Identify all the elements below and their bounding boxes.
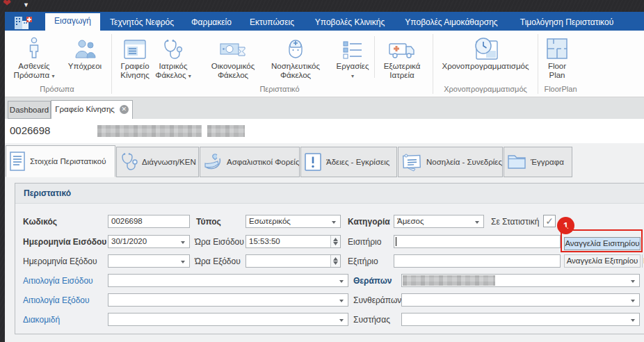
scheduling-icon <box>437 34 534 60</box>
dropdown-caret-icon: ▾ <box>51 73 54 79</box>
button-label: Πρόσωπα <box>14 71 50 79</box>
ribbon-group-label-prosopa: Πρόσωπα <box>21 85 93 93</box>
tab-label: Διάγνωση/ΚΕΝ <box>142 158 196 166</box>
label-systisas: Συστήσας <box>353 315 390 325</box>
button-label: Νοσηλευτικός <box>271 62 320 70</box>
detail-tab-stoixeia[interactable]: Στοιχεία Περιστατικού <box>6 145 115 177</box>
ribbon-tab-timologisi[interactable]: Τιμολόγηση Περιστατικού <box>513 15 620 31</box>
button-label: Υπόχρεοι <box>68 62 102 70</box>
button-label: Κίνησης <box>120 71 149 79</box>
button-label: Φάκελος <box>218 71 248 79</box>
ribbon-button-asthenis-prosopa[interactable]: Ασθενείς Πρόσωπα ▾ <box>10 34 58 81</box>
doc-tab-grafeio-kinisis[interactable]: Γραφείο Κίνησης✕ <box>51 100 133 120</box>
ribbon-button-chronoprogrammatismos[interactable]: Χρονοπρογραμματισμός <box>437 34 534 71</box>
ribbon-group-label-floorplan: FloorPlan <box>540 85 581 93</box>
redacted-patient-name <box>207 125 245 137</box>
record-code: 0026698 <box>10 124 50 136</box>
doc-tab-dashboard[interactable]: Dashboard <box>8 101 51 119</box>
button-label: Γραφείο <box>120 62 149 70</box>
ribbon-button-floor-plan[interactable]: Floor Plan <box>541 34 573 80</box>
exclamation-icon <box>304 152 322 172</box>
combo-aitiologia-eisodou[interactable] <box>108 274 348 287</box>
groupbox-header <box>15 184 644 204</box>
ribbon-separator <box>538 34 538 94</box>
ribbon-tab-ektyposeis[interactable]: Εκτυπώσεις <box>243 15 300 31</box>
patient-icon <box>10 34 58 60</box>
combo-aitiologia-exodou[interactable] <box>108 293 348 307</box>
detail-tab-asfalistikoi[interactable]: Ασφαλιστικοί Φορείς <box>200 147 300 177</box>
nursing-file-icon <box>266 34 325 60</box>
spinner-icon[interactable] <box>330 236 340 247</box>
label-typos: Τύπος <box>196 217 221 227</box>
spinner-icon[interactable] <box>330 255 340 267</box>
ribbon-tab-ypovoles-aimokatharsis[interactable]: Υποβολές Αιμοκάθαρσης <box>398 15 505 31</box>
annotation-badge: 1 <box>557 217 574 234</box>
detail-tab-nosileia[interactable]: Νοσηλεία - Συνεδρίες <box>398 147 503 177</box>
date-exodou[interactable] <box>108 254 190 268</box>
combo-katigoria[interactable]: Άμεσος <box>394 215 484 228</box>
button-label: Floor <box>548 62 566 70</box>
ribbon-button-ypochreoi[interactable]: Υπόχρεοι <box>61 34 108 71</box>
combo-syntherapon[interactable] <box>401 293 640 307</box>
combo-typos[interactable]: Εσωτερικός <box>245 215 341 228</box>
ribbon-tab-technitos-nefros[interactable]: Τεχνητός Νεφρός <box>103 15 181 31</box>
document-icon <box>9 151 26 172</box>
label-diakomidi[interactable]: Διακομιδή <box>23 315 60 325</box>
people-icon <box>61 34 108 60</box>
input-exitirio[interactable] <box>394 254 561 268</box>
ribbon-tab-farmakeio[interactable]: Φαρμακείο <box>182 15 241 31</box>
tray-heart-icon: ❤ <box>3 0 14 7</box>
ambulance-icon <box>377 34 427 60</box>
announce-discharge-button[interactable]: Αναγγελία Εξιτηρίου <box>564 254 641 268</box>
ribbon-tab-eisagogi[interactable]: Εισαγωγή <box>45 13 100 31</box>
dropdown-caret-icon: ▾ <box>188 73 191 79</box>
ribbon-button-exoterika-iatreia[interactable]: Εξωτερικά Ιατρεία <box>377 34 427 80</box>
groupbox-title: Περιστατικό <box>24 188 71 198</box>
stethoscope-icon <box>150 34 196 60</box>
input-kodikos[interactable]: 0026698 <box>108 215 190 228</box>
divider <box>642 254 643 268</box>
combo-diakomidi[interactable] <box>108 313 348 326</box>
label-ora-eisodou: Ώρα Εισόδου <box>195 237 244 247</box>
detail-tab-eggrafa[interactable]: Έγγραφα <box>504 147 572 177</box>
label-therapon: Θεράπων <box>353 276 392 286</box>
ribbon-button-iatrikos-fakelos[interactable]: Ιατρικός Φάκελος ▾ <box>150 34 196 81</box>
date-eisodou[interactable]: 30/1/2020 <box>108 235 190 248</box>
quick-access-caret-icon[interactable]: ▼ <box>23 1 29 8</box>
label-imerominia-eisodou: Ημερομηνία Εισόδου <box>23 237 106 247</box>
hand-icon <box>203 152 223 172</box>
button-label: Χρονοπρογραμματισμός <box>442 62 529 70</box>
tab-label: Νοσηλεία - Συνεδρίες <box>426 158 502 166</box>
checkbox-se-statistiki[interactable]: ✓ <box>543 215 556 227</box>
button-label: Εργασίες <box>337 62 369 70</box>
time-value: 15:53:50 <box>249 237 280 245</box>
label-ora-exodou: Ώρα Εξόδου <box>195 256 241 266</box>
combo-systisas[interactable] <box>401 313 640 326</box>
annotation-highlight-rect <box>561 229 643 252</box>
ribbon-separator <box>374 36 375 78</box>
ribbon-button-oikonomikos-fakelos[interactable]: Οικονομικός Φάκελος <box>203 34 263 80</box>
label-aitiologia-eisodou[interactable]: Αιτιολογία Εισόδου <box>23 276 93 286</box>
close-tab-icon[interactable]: ✕ <box>120 105 129 114</box>
label-eisitirio: Εισιτήριο <box>348 237 381 247</box>
input-eisitirio[interactable] <box>394 235 561 248</box>
time-eisodou[interactable]: 15:53:50 <box>245 235 341 248</box>
button-label: Φάκελος <box>280 71 311 79</box>
ribbon-group-label-peristatiko: Περιστατικό <box>230 85 330 93</box>
ribbon-button-nosileftikos-fakelos[interactable]: Νοσηλευτικός Φάκελος <box>266 34 325 80</box>
tab-label: Άδειες - Εγκρίσεις <box>326 158 389 166</box>
button-label: Ιατρεία <box>389 71 414 79</box>
tab-label: Έγγραφα <box>531 158 564 166</box>
dropdown-caret-icon: ▾ <box>351 73 354 79</box>
ribbon-button-ergasies[interactable]: Εργασίες ▾ <box>332 34 373 81</box>
button-label: Εξωτερικά <box>384 62 421 70</box>
detail-tab-diagnosi[interactable]: Διάγνωση/ΚΕΝ <box>116 147 199 177</box>
button-label: Ασθενείς <box>18 62 49 70</box>
time-exodou[interactable] <box>245 254 341 268</box>
label-katigoria: Κατηγορία <box>348 217 390 227</box>
ribbon-tab-ypovoles-klinikis[interactable]: Υποβολές Κλινικής <box>308 15 392 31</box>
note-icon <box>401 152 422 172</box>
detail-tab-adeies[interactable]: Άδειες - Εγκρίσεις <box>300 147 397 177</box>
label-aitiologia-exodou[interactable]: Αιτιολογία Εξόδου <box>23 295 90 305</box>
label-exitirio: Εξιτήριο <box>348 256 378 266</box>
